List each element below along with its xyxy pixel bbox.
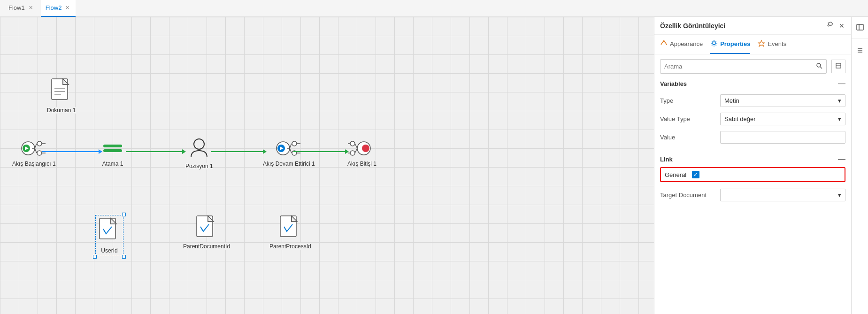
tab-flow2[interactable]: Flow2 ✕ <box>41 0 76 17</box>
node-userid[interactable]: UserId <box>95 215 123 256</box>
parentprocessid-label: ParentProcessId <box>269 243 311 250</box>
link-section-header-outer: Link — <box>660 151 845 167</box>
panel-header-icons: ✕ <box>826 21 845 31</box>
panel-header: Özellik Görüntüleyici ✕ <box>654 17 851 35</box>
valuetype-chevron-icon: ▾ <box>838 115 841 123</box>
dokuman1-label: Doküman 1 <box>47 107 76 114</box>
tab-flow1[interactable]: Flow1 ✕ <box>4 0 39 17</box>
node-parentdocumentid[interactable]: ParentDocumentId <box>183 215 230 250</box>
dokuman1-icon <box>50 78 73 105</box>
tab-flow2-close[interactable]: ✕ <box>64 4 71 11</box>
general-label: General <box>665 171 686 178</box>
akis-bitisi-icon <box>348 138 376 159</box>
panel-content: Variables — Type Metin ▾ Value Type <box>654 76 851 314</box>
list-view-btn[interactable] <box>853 44 867 57</box>
tab-appearance-label: Appearance <box>670 40 703 47</box>
atama1-label: Atama 1 <box>102 161 123 167</box>
valuetype-value: Sabit değer ▾ <box>720 113 845 125</box>
main-area: Doküman 1 <box>0 17 868 314</box>
svg-point-31 <box>350 151 355 155</box>
type-chevron-icon: ▾ <box>838 97 841 104</box>
prop-row-targetdoc: Target Document ▾ <box>660 186 845 204</box>
variables-collapse-btn[interactable]: — <box>838 79 845 88</box>
pozisyon1-icon <box>187 137 211 161</box>
tab-properties[interactable]: Properties <box>710 35 750 54</box>
svg-point-21 <box>292 141 297 146</box>
sidebar-toggle-btn[interactable] <box>853 21 867 34</box>
right-panel: Özellik Görüntüleyici ✕ Appearance Pro <box>654 17 851 314</box>
targetdoc-dropdown[interactable]: ▾ <box>720 189 845 201</box>
prop-row-type: Type Metin ▾ <box>660 92 845 110</box>
resize-handle-br[interactable] <box>122 255 126 259</box>
checkmark-icon: ✓ <box>693 171 698 178</box>
svg-point-29 <box>362 145 369 152</box>
svg-marker-45 <box>758 40 765 46</box>
node-akis-bitisi[interactable]: Akış Bitişi 1 <box>347 138 376 167</box>
userid-icon <box>98 217 121 245</box>
tab-bar: Flow1 ✕ Flow2 ✕ <box>0 0 868 17</box>
userid-label: UserId <box>101 247 117 254</box>
collapse-button[interactable] <box>831 60 845 73</box>
akis-bitisi-label: Akış Bitişi 1 <box>347 161 376 167</box>
events-icon <box>758 39 765 48</box>
svg-line-47 <box>820 67 822 69</box>
arrow-2 <box>126 149 186 154</box>
targetdoc-chevron-icon: ▾ <box>838 191 841 199</box>
side-panel <box>851 17 868 314</box>
svg-point-43 <box>663 40 665 42</box>
link-title: Link <box>660 156 673 163</box>
type-label: Type <box>660 97 716 104</box>
akis-devam-label: Akış Devam Ettirici 1 <box>263 161 315 167</box>
targetdoc-value: ▾ <box>720 189 845 201</box>
svg-point-9 <box>37 151 42 155</box>
resize-handle-tr[interactable] <box>122 213 126 216</box>
prop-row-valuetype: Value Type Sabit değer ▾ <box>660 110 845 128</box>
node-parentprocessid[interactable]: ParentProcessId <box>269 215 311 250</box>
node-atama1[interactable]: Atama 1 <box>101 138 124 167</box>
valuetype-dropdown[interactable]: Sabit değer ▾ <box>720 113 845 125</box>
search-row <box>660 59 845 74</box>
general-checkbox[interactable]: ✓ <box>692 171 699 178</box>
gear-icon <box>710 39 718 48</box>
svg-line-23 <box>290 144 292 148</box>
resize-handle-bl[interactable] <box>93 255 97 259</box>
svg-point-30 <box>350 141 355 146</box>
type-dropdown[interactable]: Metin ▾ <box>720 94 845 107</box>
tab-events[interactable]: Events <box>758 35 786 54</box>
type-dropdown-value: Metin <box>724 97 739 104</box>
panel-title: Özellik Görüntüleyici <box>660 22 725 30</box>
search-button[interactable] <box>812 60 826 73</box>
targetdoc-label: Target Document <box>660 191 716 199</box>
valuetype-label: Value Type <box>660 115 716 123</box>
svg-rect-16 <box>103 149 122 152</box>
svg-line-32 <box>355 144 357 148</box>
search-bar <box>660 59 827 74</box>
tab-flow1-label: Flow1 <box>8 4 25 11</box>
link-collapse-btn[interactable]: — <box>838 155 845 163</box>
parentprocessid-icon <box>278 215 302 241</box>
svg-rect-15 <box>103 145 122 147</box>
pin-icon[interactable] <box>826 21 834 31</box>
tab-appearance[interactable]: Appearance <box>660 35 703 54</box>
akis-baslangici-icon <box>20 138 48 159</box>
value-input[interactable] <box>720 131 845 144</box>
svg-rect-48 <box>836 63 841 68</box>
arrow-3 <box>211 149 267 154</box>
search-input[interactable] <box>661 60 812 73</box>
tab-flow1-close[interactable]: ✕ <box>27 4 34 11</box>
atama1-icon <box>101 138 124 159</box>
link-section-highlighted: General ✓ <box>660 167 845 182</box>
general-checkbox-row: General ✓ <box>665 171 841 178</box>
canvas[interactable]: Doküman 1 <box>0 17 654 314</box>
variables-title: Variables <box>660 80 687 87</box>
svg-line-24 <box>290 148 292 153</box>
valuetype-dropdown-value: Sabit değer <box>724 115 756 123</box>
akis-baslangici-label: Akış Başlangıcı 1 <box>12 161 56 167</box>
close-panel-icon[interactable]: ✕ <box>838 21 845 31</box>
node-dokuman1[interactable]: Doküman 1 <box>47 78 76 114</box>
svg-line-33 <box>355 148 357 153</box>
prop-row-value: Value <box>660 128 845 146</box>
node-pozisyon1[interactable]: Pozisyon 1 <box>185 137 213 169</box>
svg-point-44 <box>713 42 715 45</box>
parentdocumentid-icon <box>195 215 218 241</box>
